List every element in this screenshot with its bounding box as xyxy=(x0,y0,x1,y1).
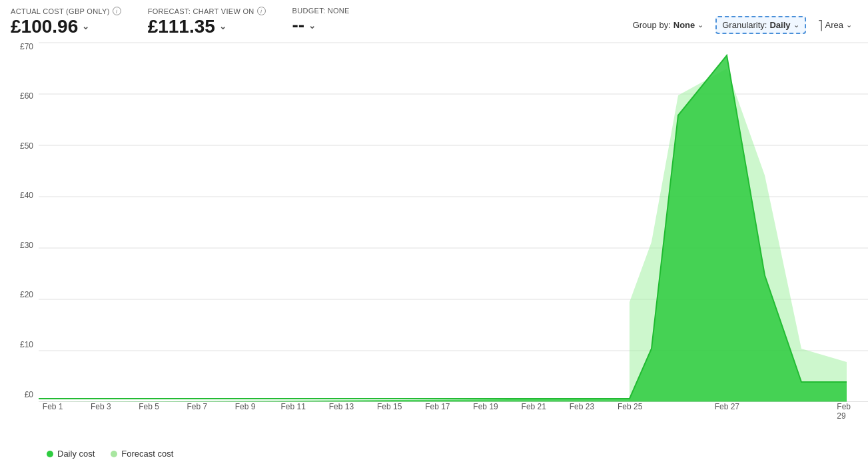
x-label-feb25: Feb 25 xyxy=(618,402,642,411)
y-label-30: £30 xyxy=(0,241,39,250)
group-by-control[interactable]: Group by: None ⌄ xyxy=(628,17,709,33)
x-label-feb19: Feb 19 xyxy=(473,402,498,411)
group-by-value: None xyxy=(673,20,695,30)
budget-label: BUDGET: NONE xyxy=(292,7,350,15)
forecast-value[interactable]: £111.35 ⌄ xyxy=(148,15,266,38)
granularity-control[interactable]: Granularity: Daily ⌄ xyxy=(715,16,805,34)
granularity-label: Granularity: xyxy=(722,20,767,30)
legend-forecast-label: Forecast cost xyxy=(121,449,173,459)
x-label-feb13: Feb 13 xyxy=(329,402,354,411)
group-by-label: Group by: xyxy=(633,20,671,30)
forecast-info-icon[interactable]: i xyxy=(257,7,266,15)
x-label-feb1: Feb 1 xyxy=(43,402,63,411)
forecast-label: FORECAST: CHART VIEW ON i xyxy=(148,7,266,15)
actual-cost-chevron: ⌄ xyxy=(82,21,89,32)
budget-value[interactable]: -- ⌄ xyxy=(292,15,350,36)
y-label-50: £50 xyxy=(0,141,39,151)
x-label-feb11: Feb 11 xyxy=(281,402,306,411)
actual-cost-value[interactable]: £100.96 ⌄ xyxy=(11,15,121,38)
actual-cost-label: ACTUAL COST (GBP ONLY) i xyxy=(11,7,121,15)
actual-cost-block: ACTUAL COST (GBP ONLY) i £100.96 ⌄ xyxy=(11,7,121,38)
legend-forecast: Forecast cost xyxy=(111,449,173,459)
x-label-feb15: Feb 15 xyxy=(377,402,402,411)
x-label-feb7: Feb 7 xyxy=(187,402,207,411)
chart-type-control[interactable]: ⎤ Area ⌄ xyxy=(813,17,857,33)
x-label-feb23: Feb 23 xyxy=(570,402,594,411)
y-label-70: £70 xyxy=(0,42,39,51)
granularity-value: Daily xyxy=(769,20,790,30)
x-label-feb9: Feb 9 xyxy=(235,402,256,411)
chart-type-icon: ⎤ xyxy=(818,20,823,31)
legend-daily-label: Daily cost xyxy=(57,449,95,459)
actual-cost-info-icon[interactable]: i xyxy=(113,7,121,15)
chart-container: £0 £10 £20 £30 £40 £50 £60 £70 Feb 1 xyxy=(0,42,868,429)
granularity-chevron: ⌄ xyxy=(793,21,799,29)
legend-daily: Daily cost xyxy=(47,449,95,459)
x-label-feb17: Feb 17 xyxy=(425,402,450,411)
x-label-feb29: Feb 29 xyxy=(837,402,857,421)
x-label-feb3: Feb 3 xyxy=(91,402,111,411)
y-axis: £0 £10 £20 £30 £40 £50 £60 £70 xyxy=(0,42,39,402)
forecast-chevron: ⌄ xyxy=(219,21,226,32)
actual-area xyxy=(39,55,847,402)
y-label-60: £60 xyxy=(0,91,39,101)
chart-type-chevron: ⌄ xyxy=(846,21,852,29)
budget-block: BUDGET: NONE -- ⌄ xyxy=(292,7,350,36)
controls-right: Group by: None ⌄ Granularity: Daily ⌄ ⎤ … xyxy=(628,7,857,34)
x-label-feb5: Feb 5 xyxy=(139,402,159,411)
y-label-20: £20 xyxy=(0,290,39,299)
y-label-40: £40 xyxy=(0,191,39,200)
legend-forecast-dot xyxy=(111,451,117,457)
group-by-chevron: ⌄ xyxy=(697,21,703,29)
legend-daily-dot xyxy=(47,451,53,457)
forecast-block: FORECAST: CHART VIEW ON i £111.35 ⌄ xyxy=(148,7,266,38)
header: ACTUAL COST (GBP ONLY) i £100.96 ⌄ FOREC… xyxy=(0,0,868,42)
legend: Daily cost Forecast cost xyxy=(0,446,184,461)
x-label-feb21: Feb 21 xyxy=(522,402,546,411)
budget-chevron: ⌄ xyxy=(308,21,316,31)
chart-type-value: Area xyxy=(825,20,843,30)
chart-svg xyxy=(39,42,868,402)
y-label-10: £10 xyxy=(0,340,39,349)
y-label-0: £0 xyxy=(0,390,39,399)
x-label-feb27: Feb 27 xyxy=(715,402,739,411)
x-axis: Feb 1 Feb 3 Feb 5 Feb 7 Feb 9 Feb 11 Feb… xyxy=(39,402,868,429)
